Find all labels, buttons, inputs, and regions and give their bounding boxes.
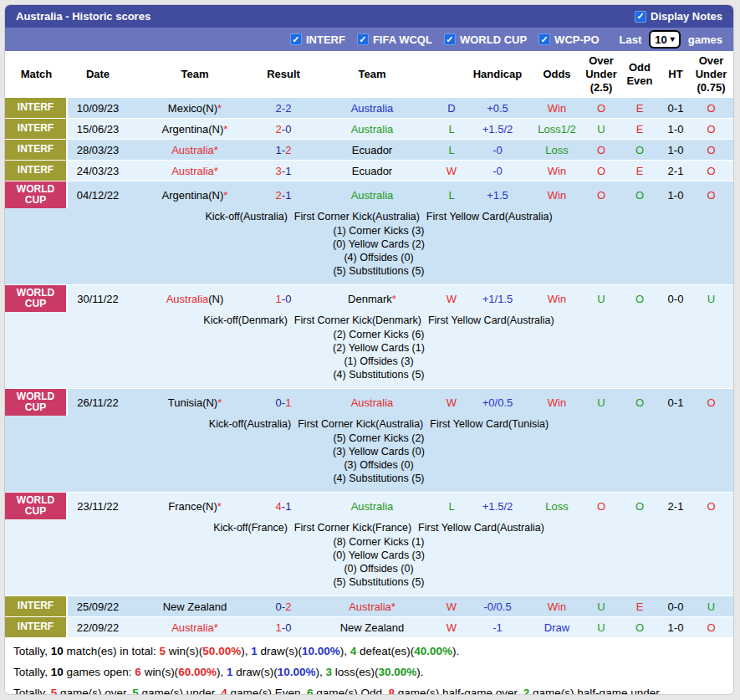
text-segment: 1 xyxy=(285,396,291,409)
date-cell: 23/11/22 xyxy=(68,493,128,519)
away-team-cell: Australia* xyxy=(305,596,439,616)
handicap-cell: -0/0.5 xyxy=(464,596,531,616)
text-segment: game(s) Even, xyxy=(227,687,307,695)
summary-footer: Totally, 10 match(es) in total: 5 win(s)… xyxy=(5,638,733,695)
result-letter-cell: L xyxy=(439,119,464,139)
notes-header-item: First Corner Kick(Denmark) xyxy=(294,314,421,326)
text-segment: 10.00% xyxy=(278,666,316,678)
column-header-odds: Odds xyxy=(531,68,583,81)
notes-header-item: Kick-off(Denmark) xyxy=(203,314,287,326)
text-segment: 8 xyxy=(388,687,395,695)
league-badge: WORLDCUP xyxy=(5,285,68,312)
note-line: (5) Corner Kicks (2) xyxy=(68,432,690,445)
note-line: (1) Offsides (3) xyxy=(68,355,690,368)
page-title: Australia - Historic scores xyxy=(16,10,151,23)
filter-label: WCP-PO xyxy=(554,33,599,46)
display-notes-label: Display Notes xyxy=(651,10,722,23)
home-team-cell: Australia* xyxy=(128,140,262,160)
match-row-block: INTERF24/03/23Australia*3-1EcuadorW-0Win… xyxy=(5,161,733,181)
over-under-0-75-cell: U xyxy=(692,596,731,616)
match-row: INTERF24/03/23Australia*3-1EcuadorW-0Win… xyxy=(5,161,733,181)
ht-score-cell: 1-0 xyxy=(660,181,692,208)
league-badge: INTERF xyxy=(5,617,68,637)
result-letter-cell: L xyxy=(439,181,464,208)
match-row-block: WORLDCUP04/12/22Argentina(N)*2-1Australi… xyxy=(5,181,733,285)
text-segment: game(s) over, xyxy=(57,687,132,695)
historic-scores-panel: Australia - Historic scores ✓ Display No… xyxy=(4,4,734,695)
text-segment: Australia xyxy=(171,144,214,156)
filter-checkbox[interactable]: ✓ xyxy=(538,33,550,45)
match-row-block: INTERF28/03/23Australia*1-2EcuadorL-0Los… xyxy=(5,140,733,161)
odd-even-cell: O xyxy=(620,140,660,160)
text-segment: 10.00% xyxy=(302,645,340,657)
match-row: INTERF28/03/23Australia*1-2EcuadorL-0Los… xyxy=(5,140,733,160)
text-segment: game(s) half-game over, xyxy=(395,687,523,695)
match-row: INTERF10/09/23Mexico(N)*2-2AustraliaD+0.… xyxy=(5,98,733,118)
odds-cell: Win xyxy=(531,98,583,118)
text-segment: match(es) in total: xyxy=(64,645,160,657)
match-row-block: WORLDCUP30/11/22Australia(N)1-0Denmark*W… xyxy=(5,285,733,389)
games-count-select[interactable]: 10 ▾ xyxy=(649,30,681,49)
text-segment: * xyxy=(392,293,396,305)
games-count-value: 10 xyxy=(655,33,666,46)
notes-header-item: First Yellow Card(Australia) xyxy=(426,211,553,222)
notes-header-item: First Corner Kick(Australia) xyxy=(294,211,420,222)
over-under-0-75-cell: O xyxy=(692,119,731,139)
result-letter-cell: W xyxy=(439,161,464,181)
display-notes-checkbox[interactable]: ✓ xyxy=(635,11,646,23)
text-segment: Australia xyxy=(351,500,394,513)
filter-checkbox[interactable]: ✓ xyxy=(357,33,369,45)
text-segment: 2 xyxy=(285,144,291,156)
text-segment: ), xyxy=(340,645,350,657)
ht-score-cell: 0-1 xyxy=(660,389,692,416)
text-segment: * xyxy=(391,600,396,613)
filter-fifa-wcql: ✓FIFA WCQL xyxy=(357,33,432,46)
ht-score-cell: 2-1 xyxy=(660,161,692,181)
text-segment: draw(s)( xyxy=(232,666,277,678)
notes-header-item: Kick-off(Australia) xyxy=(209,418,291,430)
text-segment: Argentina(N) xyxy=(162,189,224,202)
text-segment: draw(s)( xyxy=(258,645,302,657)
odds-cell: Draw xyxy=(531,617,583,637)
text-segment: 0 xyxy=(276,396,282,409)
home-team-cell: Argentina(N)* xyxy=(128,181,262,208)
notes-header-item: Kick-off(Australia) xyxy=(205,211,287,222)
match-row-block: WORLDCUP23/11/22France(N)*4-1AustraliaL+… xyxy=(5,493,733,596)
odd-even-cell: E xyxy=(620,161,660,181)
over-under-0-75-cell: O xyxy=(692,617,731,637)
text-segment: 4 xyxy=(276,500,282,513)
match-row: INTERF22/09/22Australia*1-0New ZealandW-… xyxy=(5,617,733,637)
notes-header: Kick-off(Australia)First Corner Kick(Aus… xyxy=(68,416,690,432)
text-segment: * xyxy=(223,189,227,202)
filter-checkbox[interactable]: ✓ xyxy=(290,33,302,45)
league-badge: INTERF xyxy=(5,119,68,139)
notes-header-item: First Corner Kick(Australia) xyxy=(298,418,423,430)
over-under-0-75-cell: O xyxy=(692,140,731,160)
filter-checkbox[interactable]: ✓ xyxy=(444,33,456,45)
match-row-block: INTERF15/06/23Argentina(N)*2-0AustraliaL… xyxy=(5,119,733,140)
home-team-cell: Australia(N) xyxy=(128,285,262,312)
ht-score-cell: 0-1 xyxy=(660,98,692,118)
text-segment: 1 xyxy=(251,645,258,657)
text-segment: Totally, xyxy=(13,645,51,657)
text-segment: Tunisia(N) xyxy=(168,396,217,409)
over-under-2-5-cell: U xyxy=(583,285,620,312)
odds-cell: Win xyxy=(531,161,583,181)
text-segment: ). xyxy=(452,645,459,657)
handicap-cell: +1.5/2 xyxy=(464,493,531,519)
text-segment: 50.00% xyxy=(202,645,241,657)
text-segment: (N) xyxy=(208,293,223,305)
filter-label: INTERF xyxy=(306,33,345,46)
ht-score-cell: 1-0 xyxy=(660,119,692,139)
date-cell: 30/11/22 xyxy=(68,285,128,312)
score-cell: 3-1 xyxy=(262,161,305,181)
odd-even-cell: O xyxy=(620,181,660,208)
column-header-match: Match xyxy=(5,68,68,81)
text-segment: game(s) under, xyxy=(139,687,221,695)
text-segment: ). xyxy=(416,666,423,678)
match-row-block: WORLDCUP26/11/22Tunisia(N)*0-1AustraliaW… xyxy=(5,389,733,493)
text-segment: 2 xyxy=(285,102,291,115)
text-segment: 2 xyxy=(276,102,282,115)
match-row-block: INTERF10/09/23Mexico(N)*2-2AustraliaD+0.… xyxy=(5,98,733,119)
date-cell: 28/03/23 xyxy=(68,140,128,160)
